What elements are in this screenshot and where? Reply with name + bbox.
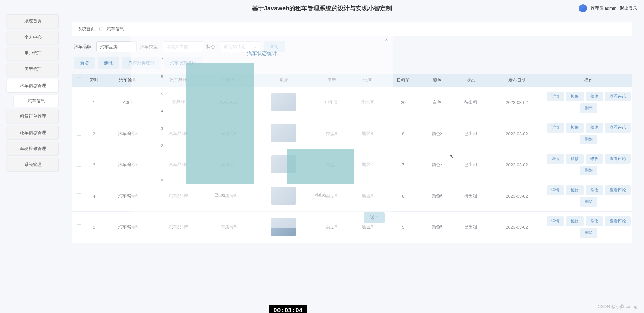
page-title: 基于Javaweb的租车管理系统的设计与实现小智定制 bbox=[252, 4, 392, 12]
repair-button[interactable]: 检修 bbox=[566, 185, 584, 195]
edit-button[interactable]: 修改 bbox=[586, 123, 603, 133]
filter-brand-input[interactable] bbox=[96, 41, 137, 52]
cell-status: 待出租 bbox=[453, 180, 489, 212]
edit-button[interactable]: 修改 bbox=[586, 216, 603, 226]
chart-area: 01234567 已出租待出租 bbox=[138, 63, 386, 198]
cell-status: 待出租 bbox=[453, 87, 489, 118]
row-delete-button[interactable]: 删除 bbox=[580, 197, 597, 207]
repair-button[interactable]: 检修 bbox=[566, 216, 584, 226]
modal-title: 汽车状态统计 bbox=[138, 50, 386, 57]
chart-bar[interactable] bbox=[186, 63, 254, 184]
table-header-cell bbox=[72, 74, 86, 87]
sidebar-item-return[interactable]: 还车信息管理 bbox=[7, 126, 59, 139]
edit-button[interactable]: 修改 bbox=[586, 185, 603, 195]
y-tick-label: 3 bbox=[161, 126, 163, 131]
comments-button[interactable]: 查看评论 bbox=[605, 216, 631, 226]
return-button[interactable]: 返回 bbox=[364, 212, 385, 223]
breadcrumb-home[interactable]: 系统首页 bbox=[78, 26, 95, 31]
table-header-cell: 索引 bbox=[86, 74, 102, 87]
row-checkbox[interactable] bbox=[77, 100, 81, 104]
sidebar-item-profile[interactable]: 个人中心 bbox=[7, 31, 59, 44]
row-checkbox[interactable] bbox=[77, 162, 81, 167]
edit-button[interactable]: 修改 bbox=[586, 154, 603, 164]
detail-button[interactable]: 详情 bbox=[547, 92, 564, 101]
row-actions: 详情检修修改查看评论删除 bbox=[547, 123, 631, 144]
cell-date: 2023-03-02 bbox=[489, 212, 545, 243]
cell-color: 颜色5 bbox=[421, 212, 453, 243]
breadcrumb-sep-icon: ⊟ bbox=[99, 26, 103, 31]
cell-index: 1 bbox=[86, 87, 102, 118]
cell-index: 4 bbox=[86, 180, 102, 212]
filter-brand-label: 汽车品牌 bbox=[74, 44, 91, 50]
table-header-cell: 发布日期 bbox=[489, 74, 545, 87]
add-button[interactable]: 新增 bbox=[74, 57, 95, 69]
row-checkbox[interactable] bbox=[77, 224, 81, 229]
sidebar-sub-carinfo[interactable]: 汽车信息 bbox=[13, 95, 59, 107]
row-delete-button[interactable]: 删除 bbox=[580, 103, 597, 113]
row-checkbox[interactable] bbox=[77, 131, 81, 136]
edit-button[interactable]: 修改 bbox=[586, 92, 603, 101]
timer-overlay: 00:03:04 bbox=[269, 305, 307, 313]
detail-button[interactable]: 详情 bbox=[547, 123, 564, 133]
table-header-cell: 状态 bbox=[453, 74, 489, 87]
detail-button[interactable]: 详情 bbox=[547, 185, 564, 195]
breadcrumb-current: 汽车信息 bbox=[106, 26, 124, 31]
x-tick-label: 已出租 bbox=[215, 193, 226, 198]
delete-button[interactable]: 删除 bbox=[98, 57, 119, 69]
status-chart-modal: × 汽车状态统计 01234567 已出租待出租 返回 bbox=[131, 34, 393, 228]
cell-color: 颜色6 bbox=[421, 180, 453, 212]
sidebar-item-users[interactable]: 用户管理 bbox=[7, 47, 59, 60]
cell-date: 2023-03-02 bbox=[489, 180, 545, 212]
row-checkbox[interactable] bbox=[77, 193, 81, 198]
sidebar-item-carinfo-mgmt[interactable]: 汽车信息管理 bbox=[7, 79, 59, 92]
comments-button[interactable]: 查看评论 bbox=[605, 154, 631, 164]
row-actions: 详情检修修改查看评论删除 bbox=[547, 154, 631, 175]
cell-status: 已出租 bbox=[453, 118, 489, 149]
row-actions: 详情检修修改查看评论删除 bbox=[547, 185, 631, 207]
comments-button[interactable]: 查看评论 bbox=[605, 185, 631, 195]
y-tick-label: 7 bbox=[161, 57, 163, 61]
select-all-checkbox[interactable] bbox=[77, 77, 81, 82]
comments-button[interactable]: 查看评论 bbox=[605, 92, 631, 101]
detail-button[interactable]: 详情 bbox=[547, 216, 564, 226]
watermark: CSDN @小蔡coding bbox=[598, 304, 637, 310]
row-delete-button[interactable]: 删除 bbox=[580, 228, 597, 238]
cell-index: 5 bbox=[86, 212, 102, 243]
y-tick-label: 5 bbox=[161, 92, 163, 96]
repair-button[interactable]: 检修 bbox=[566, 92, 584, 101]
table-header-cell: 颜色 bbox=[421, 74, 453, 87]
sidebar-item-types[interactable]: 类型管理 bbox=[7, 63, 59, 76]
row-delete-button[interactable]: 删除 bbox=[580, 135, 597, 144]
chart-plot bbox=[166, 63, 380, 184]
chart-bar[interactable] bbox=[287, 149, 354, 184]
cell-date: 2023-03-02 bbox=[489, 87, 545, 118]
sidebar-item-home[interactable]: 系统首页 bbox=[7, 14, 59, 28]
repair-button[interactable]: 检修 bbox=[566, 154, 584, 164]
row-actions: 详情检修修改查看评论删除 bbox=[547, 92, 631, 113]
cell-color: 白色 bbox=[421, 87, 453, 118]
cell-status: 已出租 bbox=[453, 212, 489, 243]
cell-index: 3 bbox=[86, 149, 102, 180]
comments-button[interactable]: 查看评论 bbox=[605, 123, 631, 133]
x-tick-label: 待出租 bbox=[315, 193, 327, 198]
close-icon[interactable]: × bbox=[385, 37, 388, 43]
sidebar-item-repair[interactable]: 车辆检修管理 bbox=[7, 142, 59, 155]
cell-index: 2 bbox=[86, 118, 102, 149]
table-header-cell: 操作 bbox=[545, 74, 632, 87]
avatar-icon[interactable] bbox=[579, 4, 587, 12]
user-label: 管理员 admin bbox=[590, 5, 616, 11]
row-actions: 详情检修修改查看评论删除 bbox=[547, 216, 631, 238]
header-user-area: 管理员 admin 退出登录 bbox=[579, 0, 637, 17]
detail-button[interactable]: 详情 bbox=[547, 154, 564, 164]
logout-link[interactable]: 退出登录 bbox=[620, 5, 637, 11]
cell-date: 2023-03-02 bbox=[489, 118, 545, 149]
cell-status: 已出租 bbox=[453, 149, 489, 180]
sidebar: 系统首页 个人中心 用户管理 类型管理 汽车信息管理 汽车信息 租赁订单管理 还… bbox=[3, 12, 62, 174]
y-tick-label: 4 bbox=[161, 109, 163, 113]
row-delete-button[interactable]: 删除 bbox=[580, 166, 597, 175]
sidebar-item-orders[interactable]: 租赁订单管理 bbox=[7, 110, 59, 123]
y-tick-label: 1 bbox=[161, 161, 163, 165]
cell-date: 2023-03-02 bbox=[489, 149, 545, 180]
sidebar-item-system[interactable]: 系统管理 bbox=[7, 158, 59, 171]
repair-button[interactable]: 检修 bbox=[566, 123, 584, 133]
